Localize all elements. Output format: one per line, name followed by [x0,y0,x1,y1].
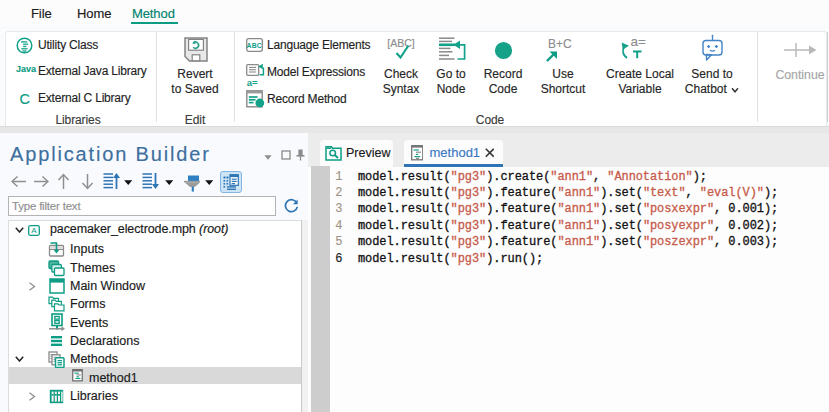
svg-text:ABC: ABC [247,42,262,49]
svg-text:A: A [31,227,37,236]
svg-text:a=: a= [247,77,258,87]
